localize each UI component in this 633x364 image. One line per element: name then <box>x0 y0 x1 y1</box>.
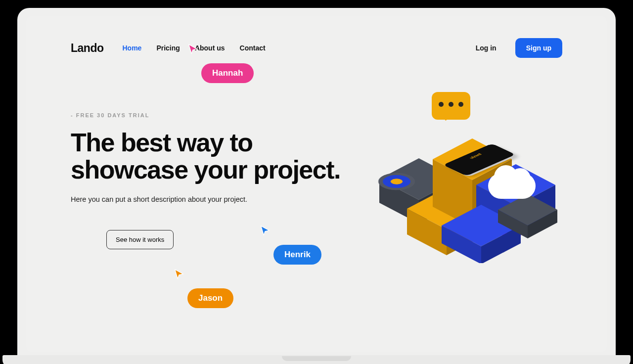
collab-cursor-jason: Jason <box>174 269 233 308</box>
ring-icon <box>371 170 421 193</box>
laptop-base <box>2 355 631 364</box>
svg-marker-7 <box>433 159 472 228</box>
svg-marker-5 <box>447 209 486 255</box>
collab-cursor-nick: Nick <box>475 196 529 235</box>
laptop-notch <box>282 356 351 361</box>
svg-marker-8 <box>472 159 512 228</box>
svg-marker-2 <box>419 179 458 224</box>
collab-label: Nick <box>489 216 529 235</box>
svg-marker-11 <box>516 185 555 237</box>
laptop-frame: Lando Home Pricing About us Contact Log … <box>17 8 616 364</box>
phone-screen-label: uizard <box>468 153 483 159</box>
nav-about[interactable]: About us <box>195 44 225 52</box>
svg-marker-6 <box>433 138 512 180</box>
svg-marker-14 <box>481 226 521 263</box>
phone-icon <box>443 143 516 176</box>
site-header: Lando Home Pricing About us Contact Log … <box>71 38 562 58</box>
svg-marker-17 <box>528 210 557 238</box>
nav-contact[interactable]: Contact <box>240 44 266 52</box>
brand-logo: Lando <box>71 42 104 55</box>
svg-marker-12 <box>442 205 521 246</box>
collab-label: Hannah <box>201 63 254 83</box>
hero-headline: The best way to showcase your project. <box>71 129 348 183</box>
svg-marker-16 <box>498 210 528 238</box>
hero-subcopy: Here you can put a short description abo… <box>71 195 348 203</box>
chat-bubble-icon <box>432 92 470 120</box>
cursor-icon <box>174 269 184 279</box>
primary-nav: Home Pricing About us Contact <box>123 44 266 52</box>
svg-marker-15 <box>498 194 557 226</box>
signup-button[interactable]: Sign up <box>515 38 562 58</box>
svg-marker-10 <box>476 185 516 237</box>
login-link[interactable]: Log in <box>476 44 497 52</box>
nav-home[interactable]: Home <box>123 44 142 52</box>
cursor-icon <box>475 196 486 207</box>
hero-section: - FREE 30 DAYS TRIAL The best way to sho… <box>71 112 348 249</box>
svg-marker-13 <box>442 226 481 263</box>
nav-pricing[interactable]: Pricing <box>156 44 180 52</box>
svg-marker-4 <box>407 209 447 255</box>
svg-marker-9 <box>476 164 555 206</box>
svg-marker-3 <box>407 188 486 229</box>
cloud-icon <box>488 173 536 199</box>
see-how-it-works-button[interactable]: See how it works <box>106 230 174 249</box>
hero-eyebrow: - FREE 30 DAYS TRIAL <box>71 112 348 118</box>
hero-illustration: uizard <box>360 95 567 263</box>
screen: Lando Home Pricing About us Contact Log … <box>26 16 607 352</box>
svg-marker-0 <box>379 158 458 200</box>
collab-label: Jason <box>187 288 233 308</box>
svg-marker-1 <box>379 179 419 224</box>
isometric-blocks-icon <box>360 95 567 263</box>
